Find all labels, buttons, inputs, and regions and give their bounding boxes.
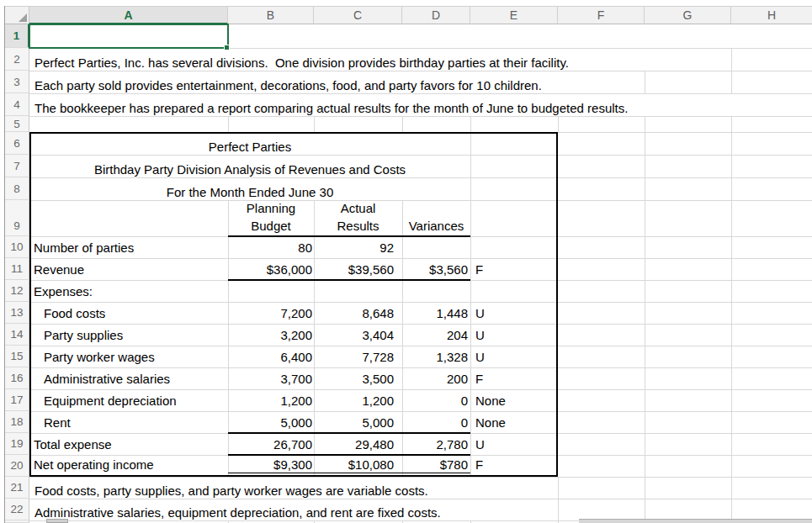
row-label[interactable]: Expenses: <box>34 283 93 299</box>
column-header-h[interactable]: H <box>731 6 812 24</box>
actual-value[interactable]: 3,404 <box>314 327 394 343</box>
variance-flag[interactable]: U <box>475 436 555 452</box>
variance-value[interactable]: 200 <box>402 371 468 387</box>
column-header-g[interactable]: G <box>645 6 731 24</box>
row-header-11[interactable]: 11 <box>5 258 29 280</box>
cell-a4-intro-text[interactable]: The bookkeeper has prepared a report com… <box>34 93 628 116</box>
budget-value[interactable]: $36,000 <box>228 262 312 277</box>
column-header-f[interactable]: F <box>558 6 645 24</box>
budget-value[interactable]: 26,700 <box>228 436 312 452</box>
row-header-13[interactable]: 13 <box>5 302 29 324</box>
variance-flag[interactable]: U <box>475 349 555 365</box>
planning-budget-header[interactable]: PlanningBudget <box>228 199 314 235</box>
cell-a22-footnote-text[interactable]: Administrative salaries, equipment depre… <box>34 499 441 520</box>
row-header-16[interactable]: 16 <box>5 367 29 389</box>
variance-value[interactable]: 1,448 <box>402 305 468 321</box>
row-header-22[interactable]: 22 <box>5 499 29 520</box>
budget-value[interactable]: 5,000 <box>228 415 312 431</box>
row-header-20[interactable]: 20 <box>5 455 29 477</box>
row-label[interactable]: Rent <box>44 415 71 431</box>
row-header-14[interactable]: 14 <box>5 324 29 346</box>
row-label[interactable]: Party supplies <box>44 327 123 343</box>
variance-value[interactable]: 2,780 <box>402 436 468 452</box>
actual-value[interactable]: $39,560 <box>314 262 394 277</box>
actual-value[interactable]: 92 <box>314 240 394 256</box>
table-row: Total expense 26,700 29,480 2,780 U <box>29 433 558 455</box>
variance-value[interactable]: $3,560 <box>402 262 468 277</box>
variance-flag[interactable]: F <box>475 262 555 277</box>
row-label[interactable]: Food costs <box>44 305 105 321</box>
row-label[interactable]: Revenue <box>34 262 84 277</box>
row-header-9[interactable]: 9 <box>5 200 29 236</box>
cell-a3-intro-text[interactable]: Each party sold provides entertainment, … <box>34 71 542 93</box>
actual-results-header[interactable]: ActualResults <box>314 199 402 235</box>
row-label[interactable]: Net operating income <box>34 457 154 473</box>
actual-value[interactable]: 8,648 <box>314 305 394 321</box>
row-header-1[interactable]: 1 <box>5 24 29 48</box>
report-subtitle[interactable]: Birthday Party Division Analysis of Reve… <box>29 155 470 177</box>
actual-value[interactable]: 5,000 <box>314 415 394 431</box>
actual-value[interactable]: 1,200 <box>314 393 394 409</box>
horizontal-scrollbar[interactable] <box>579 519 812 523</box>
row-header-8[interactable]: 8 <box>5 177 29 200</box>
variance-flag[interactable]: U <box>475 327 555 343</box>
variances-header[interactable]: Variances <box>402 217 470 235</box>
row-header-18[interactable]: 18 <box>5 411 29 433</box>
variance-value[interactable]: 1,328 <box>402 349 468 365</box>
row-header-17[interactable]: 17 <box>5 389 29 411</box>
row-label[interactable]: Party worker wages <box>44 349 155 365</box>
row-header-12[interactable]: 12 <box>5 280 29 302</box>
budget-value[interactable]: 3,200 <box>228 327 312 343</box>
variance-value[interactable]: 0 <box>402 415 468 431</box>
row-label[interactable]: Total expense <box>34 436 112 452</box>
row-header-4[interactable]: 4 <box>5 93 29 116</box>
cell-a2-intro-text[interactable]: Perfect Parties, Inc. has several divisi… <box>34 48 569 71</box>
fill-handle[interactable] <box>224 45 230 50</box>
column-header-a[interactable]: A <box>29 6 228 24</box>
column-header-c[interactable]: C <box>314 6 402 24</box>
gridline <box>558 116 559 132</box>
sheet-tab-sliver[interactable] <box>46 519 68 523</box>
table-row: Rent 5,000 5,000 0 None <box>29 411 558 433</box>
budget-value[interactable]: 7,200 <box>228 305 312 321</box>
cell-a21-footnote-text[interactable]: Food costs, party supplies, and party wo… <box>34 477 428 499</box>
variance-value[interactable]: $780 <box>402 457 468 473</box>
row-header-5[interactable]: 5 <box>5 116 29 132</box>
column-header-e[interactable]: E <box>470 6 558 24</box>
row-label[interactable]: Equipment depreciation <box>44 393 177 409</box>
row-header-7[interactable]: 7 <box>5 155 29 177</box>
selection-a1[interactable] <box>29 24 229 49</box>
variance-flag[interactable]: F <box>475 457 555 473</box>
row-header-10[interactable]: 10 <box>5 236 29 258</box>
actual-value[interactable]: $10,080 <box>314 457 394 473</box>
header-underline-border <box>228 235 470 237</box>
row-header-2[interactable]: 2 <box>5 48 29 71</box>
row-header-21[interactable]: 21 <box>5 477 29 499</box>
table-row: Party supplies 3,200 3,404 204 U <box>29 324 558 346</box>
variance-flag[interactable]: U <box>475 305 555 321</box>
actual-value[interactable]: 29,480 <box>314 436 394 452</box>
variance-value[interactable]: 204 <box>402 327 468 343</box>
report-period[interactable]: For the Month Ended June 30 <box>29 177 470 200</box>
variance-value[interactable]: 0 <box>402 393 468 409</box>
row-label[interactable]: Administrative salaries <box>44 371 170 387</box>
budget-value[interactable]: 80 <box>228 240 312 256</box>
actual-value[interactable]: 3,500 <box>314 371 394 387</box>
row-header-15[interactable]: 15 <box>5 346 29 367</box>
budget-value[interactable]: 3,700 <box>228 371 312 387</box>
budget-value[interactable]: 6,400 <box>228 349 312 365</box>
actual-value[interactable]: 7,728 <box>314 349 394 365</box>
row-header-3[interactable]: 3 <box>5 71 29 93</box>
variance-flag[interactable]: None <box>475 415 555 431</box>
budget-value[interactable]: $9,300 <box>228 457 312 473</box>
budget-value[interactable]: 1,200 <box>228 393 312 409</box>
column-header-b[interactable]: B <box>228 6 314 24</box>
row-label[interactable]: Number of parties <box>34 240 134 256</box>
row-header-6[interactable]: 6 <box>5 132 29 155</box>
report-title[interactable]: Perfect Parties <box>29 132 470 155</box>
select-all-button[interactable] <box>5 6 29 24</box>
column-header-d[interactable]: D <box>402 6 470 24</box>
variance-flag[interactable]: F <box>475 371 555 387</box>
row-header-19[interactable]: 19 <box>5 433 29 455</box>
variance-flag[interactable]: None <box>475 393 555 409</box>
